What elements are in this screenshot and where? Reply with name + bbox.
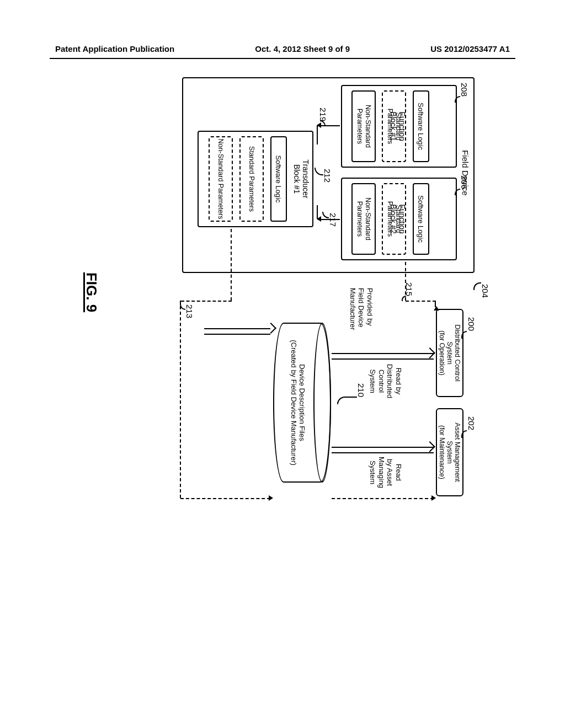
arrow-213-seg-c <box>180 301 181 498</box>
arrow-dd-to-ams-head <box>424 441 435 452</box>
lead-215 <box>402 296 406 301</box>
dd-files-label: Device Description Files (Created by Fie… <box>290 340 307 465</box>
ref-217: 217 <box>328 213 338 227</box>
dd-files-cylinder: Device Description Files (Created by Fie… <box>273 323 331 483</box>
ref-206: 206 <box>460 175 469 189</box>
arrow-dd-to-ams <box>332 447 434 448</box>
arrow-213-seg-d <box>180 498 270 499</box>
function-block-2: Function Block #2 Software Logic Standar… <box>341 178 457 260</box>
arrow-provided-line <box>204 328 270 329</box>
arrow-213-seg-a <box>231 229 232 301</box>
fb1-nonstd-params: Non-Standard Parameters <box>351 90 376 162</box>
figure-label: FIG. 9 <box>83 272 100 312</box>
ref-204: 204 <box>481 284 490 298</box>
arrow-215-head <box>434 306 439 311</box>
ref-219: 219 <box>318 108 328 121</box>
pub-number: US 2012/0253477 A1 <box>430 44 510 53</box>
ref-202: 202 <box>467 416 476 430</box>
fb2-software-logic: Software Logic <box>413 183 429 255</box>
arrow-213-seg-e <box>332 498 434 499</box>
fb1-software-logic: Software Logic <box>413 90 429 162</box>
transducer-block-1: Transducer Block #1 Software Logic Stand… <box>198 131 313 227</box>
tb-std-params: Standard Parameters <box>239 136 264 222</box>
arrow-dd-to-dcs-right <box>332 358 434 360</box>
read-by-dcs-label: Read by Distributed Control System <box>369 364 403 398</box>
arrow-elbow-1 <box>317 125 318 144</box>
lead-210 <box>337 397 357 404</box>
function-block-1: Function Block #1 Software Logic Standar… <box>341 85 457 168</box>
header-rule <box>50 58 515 59</box>
ref-215: 215 <box>404 282 414 296</box>
arrow-elbow-2 <box>317 205 318 219</box>
fb2-std-params: Standard Parameters <box>382 183 406 255</box>
cylinder-top-ellipse <box>313 323 331 483</box>
ref-200: 200 <box>467 317 476 331</box>
ref-208: 208 <box>460 83 469 97</box>
arrow-provided-head <box>265 323 276 334</box>
pub-label: Patent Application Publication <box>55 44 174 53</box>
page-header: Patent Application Publication Oct. 4, 2… <box>0 44 565 53</box>
figure-diagram: Field Device Function Block #1 Software … <box>66 77 475 507</box>
provided-by-label: Provided by Field Device Manufacturer <box>348 288 374 330</box>
ref-213: 213 <box>185 304 194 318</box>
dcs-box: Distributed Control System (for Operatio… <box>436 309 463 397</box>
arrow-215-seg2 <box>406 301 436 302</box>
arrow-213-head-up1 <box>269 495 273 501</box>
tb-title: Transducer Block #1 <box>292 132 310 226</box>
read-by-ams-label: Read by Asset Managing System <box>369 457 403 488</box>
arrow-provided-right <box>204 334 270 335</box>
ref-212: 212 <box>323 169 332 183</box>
date-sheet: Oct. 4, 2012 Sheet 9 of 9 <box>255 44 350 53</box>
fb1-std-params: Standard Parameters <box>382 90 406 162</box>
ams-box: Asset Management System (for Maintenance… <box>436 408 463 496</box>
lead-204 <box>473 282 481 290</box>
arrow-dd-to-dcs-head <box>424 347 435 358</box>
arrow-dd-to-dcs <box>332 353 434 354</box>
tb-nonstd-params: Non-Standard Parameters <box>209 136 233 222</box>
tb-software-logic: Software Logic <box>270 136 287 222</box>
arrow-213-head-up2 <box>431 495 436 501</box>
arrow-213-seg-b <box>181 301 232 302</box>
fb2-nonstd-params: Non-Standard Parameters <box>351 183 376 255</box>
arrow-dd-to-ams-right <box>332 452 434 453</box>
ref-210: 210 <box>356 383 366 397</box>
